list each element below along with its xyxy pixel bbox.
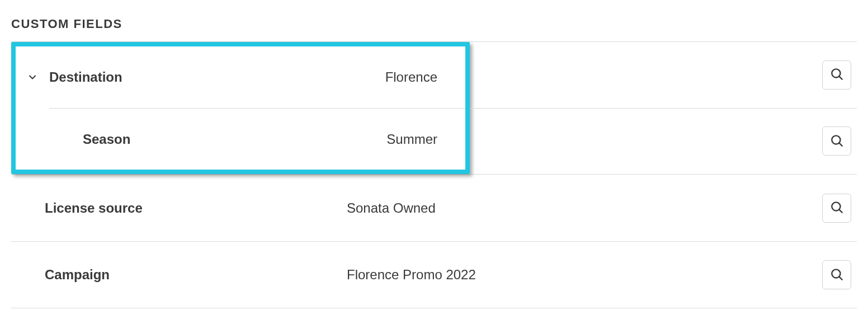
field-row-season[interactable]: Season Summer [49, 108, 465, 170]
field-row-campaign[interactable]: Campaign Florence Promo 2022 [11, 241, 857, 308]
field-row-destination[interactable]: Destination Florence [16, 46, 465, 108]
search-button-campaign[interactable] [822, 260, 851, 289]
custom-fields-list: Destination Florence Season Summer [11, 41, 857, 308]
search-button-license-source[interactable] [822, 194, 851, 223]
field-label-license-source: License source [11, 200, 347, 216]
section-title: CUSTOM FIELDS [11, 17, 857, 31]
field-label-destination: Destination [49, 69, 122, 85]
field-value-campaign: Florence Promo 2022 [347, 267, 812, 283]
field-value-license-source: Sonata Owned [347, 200, 812, 216]
search-icon [829, 133, 844, 149]
field-row-license-source[interactable]: License source Sonata Owned [11, 174, 857, 241]
svg-line-3 [839, 143, 842, 146]
search-icon [829, 67, 844, 83]
svg-line-1 [839, 77, 842, 79]
svg-line-7 [839, 276, 842, 279]
search-button-season[interactable] [822, 126, 851, 156]
field-value-destination: Florence [385, 69, 460, 85]
svg-line-5 [839, 209, 842, 212]
search-icon [829, 267, 844, 283]
search-button-destination[interactable] [822, 60, 851, 90]
chevron-down-icon[interactable] [16, 72, 49, 83]
field-label-season: Season [83, 132, 130, 147]
field-value-season: Summer [386, 132, 460, 147]
field-label-campaign: Campaign [11, 267, 347, 283]
search-icon [829, 200, 844, 216]
highlight-box: Destination Florence Season Summer [11, 42, 470, 174]
highlighted-group-row: Destination Florence Season Summer [11, 41, 857, 174]
